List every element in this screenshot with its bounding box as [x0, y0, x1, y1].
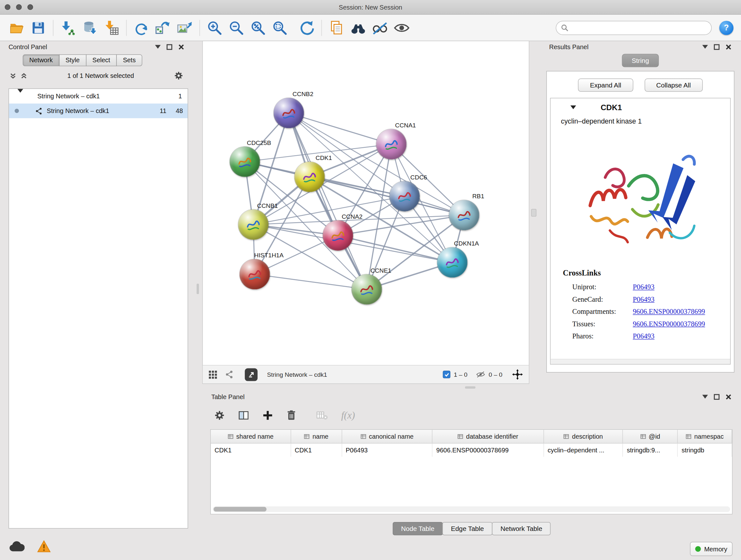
pan-crosshair-icon[interactable] [512, 369, 523, 380]
tab-select[interactable]: Select [86, 54, 117, 66]
network-row[interactable]: String Network – cdk1 11 48 [9, 104, 188, 118]
float-panel-icon[interactable] [714, 394, 720, 400]
tab-network[interactable]: Network [23, 54, 59, 66]
float-panel-icon[interactable] [166, 44, 172, 50]
import-network-file-icon[interactable] [59, 18, 77, 37]
column-header[interactable]: name [291, 430, 342, 443]
table-cell[interactable]: stringdb [678, 443, 732, 456]
new-network-from-selection-icon[interactable] [153, 18, 172, 37]
crosslink-link[interactable]: P06493 [633, 283, 655, 291]
function-builder-icon[interactable]: f(x) [341, 409, 355, 421]
node-CCNB2[interactable] [273, 98, 304, 128]
clear-table-icon[interactable] [316, 410, 328, 421]
table-cell[interactable]: CDK1 [291, 443, 342, 456]
close-panel-icon[interactable] [725, 394, 731, 400]
network-splitter-grip[interactable] [531, 209, 536, 217]
table-row[interactable]: CDK1 CDK1 P06493 9606.ENSP00000378699 cy… [211, 443, 732, 456]
node-CCNA2[interactable] [323, 220, 353, 251]
column-header[interactable]: description [544, 430, 623, 443]
detach-view-button[interactable] [245, 368, 258, 381]
add-column-icon[interactable] [262, 410, 273, 421]
table-cell[interactable]: CDK1 [211, 443, 291, 456]
export-image-icon[interactable] [175, 18, 194, 37]
zoom-in-icon[interactable] [205, 18, 224, 37]
node-CDC6[interactable] [389, 181, 420, 211]
edge-CCNB2-CCNE1[interactable] [289, 113, 367, 289]
close-panel-icon[interactable] [178, 44, 184, 50]
table-cell[interactable]: 9606.ENSP00000378699 [432, 443, 544, 456]
apply-layout-icon[interactable] [297, 18, 316, 37]
node-CDC25B[interactable] [230, 146, 260, 177]
panel-menu-icon[interactable] [702, 395, 708, 399]
network-collection-row[interactable]: String Network – cdk1 1 [9, 89, 188, 104]
zoom-fit-content-icon[interactable] [249, 18, 267, 37]
table-cell[interactable]: cyclin–dependent ... [544, 443, 623, 456]
horizontal-scrollbar[interactable] [212, 506, 730, 512]
zoom-selected-icon[interactable] [270, 18, 289, 37]
section-collapse-icon[interactable] [570, 105, 576, 109]
search-box[interactable] [556, 20, 712, 35]
open-session-icon[interactable] [7, 18, 26, 37]
node-CCNB1[interactable] [238, 209, 268, 240]
minimize-window-button[interactable] [16, 4, 22, 10]
crosslink-link[interactable]: 9606.ENSP00000378699 [633, 307, 705, 315]
scrollbar-thumb[interactable] [213, 507, 266, 512]
cloud-icon[interactable] [9, 541, 24, 553]
show-graphics-details-icon[interactable] [392, 18, 411, 37]
zoom-out-icon[interactable] [227, 18, 246, 37]
hide-graphics-details-icon[interactable] [370, 18, 389, 37]
column-header[interactable]: @id [623, 430, 677, 443]
column-header[interactable]: database identifier [432, 430, 544, 443]
column-header[interactable]: canonical name [342, 430, 432, 443]
import-table-file-icon[interactable] [102, 18, 121, 37]
import-network-database-icon[interactable] [80, 18, 99, 37]
crosslink-link[interactable]: P06493 [633, 332, 655, 340]
undo-network-icon[interactable] [132, 18, 151, 37]
close-panel-icon[interactable] [725, 44, 731, 50]
column-header[interactable]: shared name [211, 430, 291, 443]
zoom-window-button[interactable] [27, 4, 33, 10]
tab-sets[interactable]: Sets [116, 54, 142, 66]
panel-menu-icon[interactable] [155, 45, 161, 49]
warning-icon[interactable] [37, 540, 51, 553]
node-CCNA1[interactable] [376, 129, 407, 159]
search-input[interactable] [572, 23, 706, 32]
grid-view-icon[interactable] [208, 370, 217, 379]
network-canvas[interactable]: CCNB2CCNA1CDC25BCDK1CDC6RB1CCNB1CCNA2CDK… [203, 41, 529, 366]
panel-menu-icon[interactable] [702, 45, 708, 49]
duplicate-network-icon[interactable] [327, 18, 346, 37]
collapse-all-button[interactable]: Collapse All [644, 78, 702, 91]
column-header[interactable]: namespac [678, 430, 732, 443]
network-overview-icon[interactable] [225, 370, 233, 379]
help-button[interactable]: ? [719, 20, 733, 35]
tab-string[interactable]: String [622, 54, 659, 67]
horizontal-splitter[interactable] [465, 386, 475, 388]
close-window-button[interactable] [5, 4, 10, 10]
collection-collapse-icon[interactable] [17, 92, 23, 100]
tab-edge-table[interactable]: Edge Table [442, 522, 492, 535]
collapse-all-icon[interactable] [10, 72, 17, 79]
tab-network-table[interactable]: Network Table [492, 522, 551, 535]
memory-button[interactable]: Memory [690, 542, 732, 556]
crosslink-link[interactable]: 9606.ENSP00000378699 [633, 320, 705, 328]
tab-node-table[interactable]: Node Table [393, 522, 443, 535]
save-session-icon[interactable] [29, 18, 48, 37]
delete-icon[interactable] [286, 410, 296, 421]
results-scrollbar[interactable] [550, 359, 730, 364]
node-CDK1[interactable] [294, 162, 325, 192]
node-CDKN1A[interactable] [437, 247, 468, 278]
table-cell[interactable]: P06493 [342, 443, 432, 456]
hidden-eye-icon[interactable] [476, 371, 485, 378]
edge-HIST1H1A-CCNE1[interactable] [255, 274, 367, 289]
table-cell[interactable]: stringdb:9... [623, 443, 677, 456]
node-CCNE1[interactable] [352, 274, 382, 305]
columns-icon[interactable] [238, 410, 249, 421]
edge-CCNB2-CCNA1[interactable] [289, 113, 391, 144]
tab-style[interactable]: Style [59, 54, 86, 66]
gear-icon[interactable] [214, 410, 225, 421]
node-RB1[interactable] [449, 200, 479, 230]
float-panel-icon[interactable] [714, 44, 720, 50]
expand-all-button[interactable]: Expand All [578, 78, 633, 91]
crosslink-link[interactable]: P06493 [633, 295, 655, 303]
node-HIST1H1A[interactable] [240, 259, 270, 290]
